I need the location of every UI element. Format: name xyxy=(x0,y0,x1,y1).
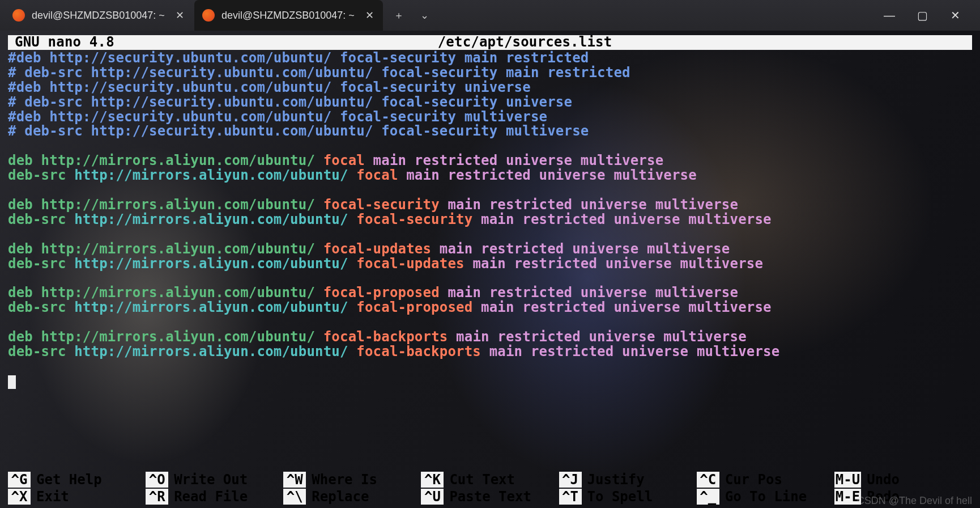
shortcut-label: Paste Text xyxy=(449,489,531,505)
file-line: #deb http://security.ubuntu.com/ubuntu/ … xyxy=(8,110,972,125)
file-line: deb-src http://mirrors.aliyun.com/ubuntu… xyxy=(8,213,972,227)
close-tab-icon[interactable]: ✕ xyxy=(175,10,185,20)
shortcut-key: ^T xyxy=(559,489,582,505)
shortcut-label: Write Out xyxy=(174,472,248,488)
shortcut-key: ^U xyxy=(421,489,444,505)
tab-title: devil@SHZMDZSB010047: ~ xyxy=(221,10,355,22)
file-line: # deb-src http://security.ubuntu.com/ubu… xyxy=(8,95,972,110)
shortcut-label: Justify xyxy=(587,472,645,488)
nano-shortcuts: ^GGet Help^OWrite Out^WWhere Is^KCut Tex… xyxy=(8,472,972,505)
file-line: deb-src http://mirrors.aliyun.com/ubuntu… xyxy=(8,345,972,359)
nano-filename: /etc/apt/sources.list xyxy=(438,35,612,50)
shortcut-to-spell: ^TTo Spell xyxy=(559,489,697,505)
shortcut-key: ^G xyxy=(8,472,31,488)
cursor xyxy=(8,375,16,389)
shortcut-label: Where Is xyxy=(312,472,377,488)
shortcut-undo: M-UUndo xyxy=(834,472,972,488)
shortcut-where-is: ^WWhere Is xyxy=(283,472,421,488)
shortcut-exit: ^XExit xyxy=(8,489,146,505)
shortcut-key: ^O xyxy=(146,472,168,488)
file-line: #deb http://security.ubuntu.com/ubuntu/ … xyxy=(8,81,972,95)
file-line: deb http://mirrors.aliyun.com/ubuntu/ fo… xyxy=(8,286,972,300)
shortcut-go-to-line: ^_Go To Line xyxy=(697,489,834,505)
shortcut-replace: ^\Replace xyxy=(283,489,421,505)
file-line: deb http://mirrors.aliyun.com/ubuntu/ fo… xyxy=(8,154,972,168)
tab-2[interactable]: devil@SHZMDZSB010047: ~ ✕ xyxy=(194,0,383,31)
shortcut-key: ^\ xyxy=(283,489,306,505)
file-line: # deb-src http://security.ubuntu.com/ubu… xyxy=(8,66,972,81)
shortcut-label: Undo xyxy=(867,472,900,488)
file-line xyxy=(8,315,972,330)
shortcut-label: Get Help xyxy=(36,472,102,488)
file-line: # deb-src http://security.ubuntu.com/ubu… xyxy=(8,124,972,139)
file-line: deb http://mirrors.aliyun.com/ubuntu/ fo… xyxy=(8,198,972,213)
tab-1[interactable]: devil@SHZMDZSB010047: ~ ✕ xyxy=(5,0,193,31)
shortcut-key: ^R xyxy=(146,489,168,505)
shortcut-label: Replace xyxy=(312,489,369,505)
shortcut-read-file: ^RRead File xyxy=(146,489,283,505)
ubuntu-icon xyxy=(202,9,215,22)
shortcut-key: ^W xyxy=(283,472,306,488)
shortcut-cut-text: ^KCut Text xyxy=(421,472,559,488)
window-titlebar: devil@SHZMDZSB010047: ~ ✕ devil@SHZMDZSB… xyxy=(0,0,980,31)
maximize-button[interactable]: ▢ xyxy=(910,5,935,26)
shortcut-label: Exit xyxy=(36,489,69,505)
shortcut-get-help: ^GGet Help xyxy=(8,472,146,488)
shortcut-write-out: ^OWrite Out xyxy=(146,472,283,488)
shortcut-paste-text: ^UPaste Text xyxy=(421,489,559,505)
file-line xyxy=(8,227,972,242)
file-line: deb-src http://mirrors.aliyun.com/ubuntu… xyxy=(8,300,972,315)
file-line xyxy=(8,374,972,389)
shortcut-key: ^J xyxy=(559,472,582,488)
nano-header: GNU nano 4.8 /etc/apt/sources.list xyxy=(8,35,972,50)
close-window-button[interactable]: ✕ xyxy=(943,5,968,26)
file-line: deb-src http://mirrors.aliyun.com/ubuntu… xyxy=(8,257,972,272)
file-line: deb http://mirrors.aliyun.com/ubuntu/ fo… xyxy=(8,242,972,257)
file-content: #deb http://security.ubuntu.com/ubuntu/ … xyxy=(8,51,972,389)
shortcut-key: M-U xyxy=(834,472,861,488)
watermark: CSDN @The Devil of hell xyxy=(857,495,972,507)
file-line xyxy=(8,183,972,198)
shortcut-key: ^K xyxy=(421,472,444,488)
nano-app-name: GNU nano 4.8 xyxy=(15,35,114,50)
file-line: deb-src http://mirrors.aliyun.com/ubuntu… xyxy=(8,168,972,183)
shortcut-label: Cut Text xyxy=(449,472,515,488)
close-tab-icon[interactable]: ✕ xyxy=(365,10,375,20)
file-line: #deb http://security.ubuntu.com/ubuntu/ … xyxy=(8,51,972,66)
tab-title: devil@SHZMDZSB010047: ~ xyxy=(32,10,165,22)
new-tab-button[interactable]: ＋ xyxy=(387,4,410,27)
shortcut-label: Cur Pos xyxy=(725,472,782,488)
shortcut-label: To Spell xyxy=(587,489,653,505)
shortcut-key: ^_ xyxy=(697,489,719,505)
shortcut-key: ^X xyxy=(8,489,31,505)
shortcut-label: Go To Line xyxy=(725,489,807,505)
shortcut-justify: ^JJustify xyxy=(559,472,697,488)
file-line xyxy=(8,359,972,374)
file-line: deb http://mirrors.aliyun.com/ubuntu/ fo… xyxy=(8,330,972,345)
file-line xyxy=(8,139,972,154)
shortcut-label: Read File xyxy=(174,489,248,505)
terminal-area[interactable]: GNU nano 4.8 /etc/apt/sources.list #deb … xyxy=(0,31,980,389)
file-line xyxy=(8,272,972,286)
tab-dropdown-icon[interactable]: ⌄ xyxy=(414,4,436,27)
ubuntu-icon xyxy=(12,9,25,22)
shortcut-key: ^C xyxy=(697,472,719,488)
shortcut-cur-pos: ^CCur Pos xyxy=(697,472,834,488)
minimize-button[interactable]: — xyxy=(877,5,902,26)
